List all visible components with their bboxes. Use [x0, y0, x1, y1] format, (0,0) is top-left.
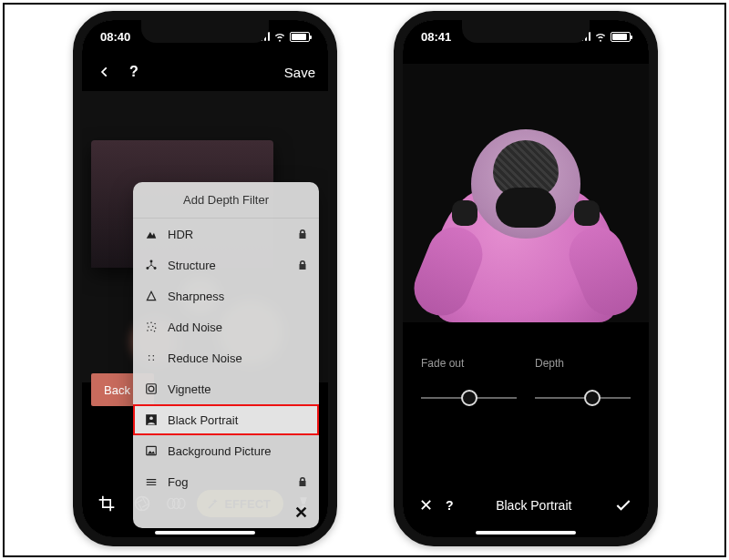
lock-icon: [297, 476, 308, 487]
svg-point-8: [155, 327, 157, 329]
molecule-icon: [144, 258, 159, 272]
device-notch: [141, 19, 269, 43]
photo-preview[interactable]: [403, 64, 649, 322]
back-icon[interactable]: [95, 62, 115, 82]
picture-icon: [144, 443, 159, 458]
crop-tool[interactable]: [91, 490, 122, 517]
help-icon[interactable]: ?: [446, 498, 454, 513]
filter-item-structure[interactable]: Structure: [133, 249, 319, 280]
slider-knob[interactable]: [584, 390, 601, 406]
device-notch: [462, 19, 590, 43]
filter-item-background-picture[interactable]: Background Picture: [133, 435, 319, 466]
filter-label: HDR: [168, 228, 288, 241]
svg-point-9: [147, 330, 149, 331]
svg-point-0: [150, 260, 153, 262]
svg-point-3: [147, 322, 149, 324]
svg-point-13: [153, 355, 155, 357]
bottom-bar: ✕ ? Black Portrait: [403, 488, 649, 528]
slider-track: [535, 397, 631, 399]
filter-item-black-portrait[interactable]: Black Portrait: [133, 404, 319, 435]
portrait-subject: [421, 122, 631, 322]
filter-item-fog[interactable]: Fog: [133, 466, 319, 497]
svg-point-12: [149, 355, 150, 357]
filter-item-sharpness[interactable]: Sharpness: [133, 280, 319, 311]
back-overlay-label: Back: [104, 383, 130, 397]
depth-control: Depth: [535, 357, 631, 410]
phone-right: 08:41 Fade out: [394, 11, 658, 546]
filter-item-reduce-noise[interactable]: Reduce Noise: [133, 342, 319, 373]
check-icon: [614, 496, 632, 514]
svg-point-10: [150, 330, 152, 331]
popup-title: Add Depth Filter: [133, 182, 319, 219]
confirm-button[interactable]: [614, 496, 632, 514]
lock-icon: [297, 260, 308, 270]
filter-label: Black Portrait: [168, 413, 308, 427]
slider-knob[interactable]: [461, 390, 477, 406]
filter-label: Reduce Noise: [168, 351, 308, 365]
popup-close-button[interactable]: ✕: [133, 497, 319, 528]
fade-out-label: Fade out: [421, 357, 517, 370]
home-indicator[interactable]: [476, 531, 576, 535]
svg-point-14: [149, 360, 150, 361]
screen-right: 08:41 Fade out: [403, 20, 649, 537]
help-icon[interactable]: ?: [124, 62, 144, 82]
save-button[interactable]: Save: [284, 65, 315, 80]
effect-controls: Fade out Depth: [403, 357, 649, 410]
wifi-icon: [273, 30, 286, 43]
filter-label: Structure: [168, 259, 288, 272]
fog-icon: [144, 474, 159, 489]
person-icon: [144, 412, 159, 427]
svg-point-7: [152, 326, 154, 328]
vignette-icon: [144, 382, 159, 396]
wifi-icon: [594, 30, 607, 43]
home-indicator[interactable]: [155, 531, 255, 535]
filter-item-vignette[interactable]: Vignette: [133, 373, 319, 404]
filter-label: Sharpness: [168, 290, 308, 303]
screen-left: 08:40 ? Save Back Add Depth: [82, 20, 328, 537]
fade-out-control: Fade out: [421, 357, 517, 410]
app-header: ? Save: [82, 56, 328, 87]
svg-point-19: [149, 416, 153, 420]
filter-label: Fog: [168, 475, 288, 489]
effect-title: Black Portrait: [454, 498, 614, 513]
filter-item-add-noise[interactable]: Add Noise: [133, 311, 319, 342]
crop-icon: [98, 494, 116, 513]
svg-point-17: [149, 386, 154, 392]
svg-point-11: [154, 331, 156, 332]
filter-label: Background Picture: [168, 444, 308, 458]
lock-icon: [297, 229, 308, 239]
phone-left: 08:40 ? Save Back Add Depth: [73, 11, 337, 546]
svg-rect-16: [147, 384, 157, 394]
reduce-noise-icon: [144, 351, 159, 365]
battery-icon: [290, 32, 310, 42]
battery-icon: [611, 32, 631, 42]
depth-filter-popup: Add Depth Filter HDR Structure Sharpness…: [133, 182, 319, 528]
cancel-button[interactable]: ✕: [419, 495, 433, 515]
triangle-icon: [144, 289, 159, 303]
noise-icon: [144, 320, 159, 334]
depth-slider[interactable]: [535, 386, 631, 410]
depth-label: Depth: [535, 357, 631, 370]
status-time: 08:41: [421, 30, 451, 44]
status-time: 08:40: [100, 30, 130, 44]
fade-out-slider[interactable]: [421, 386, 517, 410]
svg-point-5: [154, 323, 156, 325]
svg-point-4: [150, 322, 152, 324]
svg-point-15: [153, 360, 155, 361]
filter-label: Vignette: [168, 382, 308, 396]
svg-point-6: [148, 326, 149, 328]
filter-label: Add Noise: [168, 321, 308, 334]
filter-item-hdr[interactable]: HDR: [133, 219, 319, 249]
mountain-icon: [144, 227, 159, 241]
close-icon: ✕: [294, 503, 308, 523]
